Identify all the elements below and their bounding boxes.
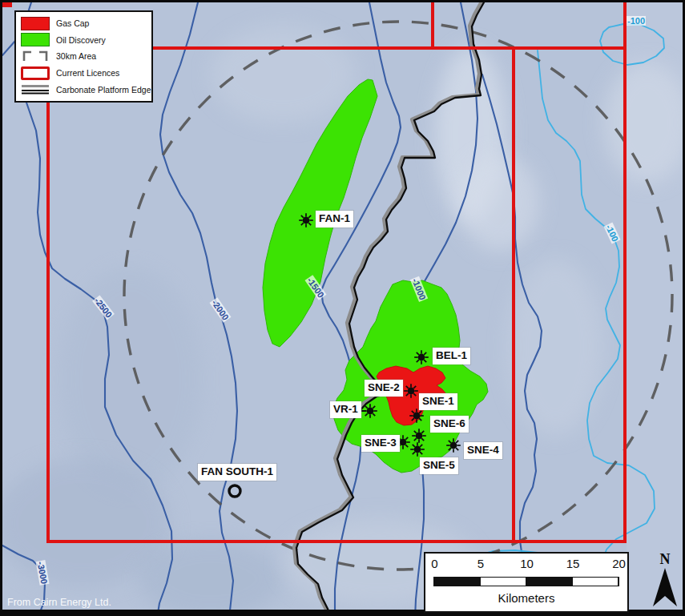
- well-marker-fan-1: [299, 213, 313, 227]
- legend-label: 30km Area: [56, 51, 96, 61]
- well-marker-fan-south-1: [229, 485, 240, 497]
- scale-bar-unit: Kilometers: [425, 591, 627, 605]
- north-arrow: N: [647, 552, 683, 613]
- well-label-vr-1: VR-1: [330, 401, 361, 418]
- map-canvas: FAN-1BEL-1SNE-2SNE-1VR-1SNE-6SNE-3SNE-5S…: [0, 0, 685, 616]
- scale-tick-20: 20: [612, 557, 626, 570]
- well-label-sne-6: SNE-6: [430, 416, 469, 433]
- licence-corner-fragment: [2, 2, 12, 7]
- well-marker-sne-4: [446, 438, 461, 453]
- well-label-sne-1: SNE-1: [419, 393, 457, 410]
- scale-bar: 05101520 Kilometers: [424, 552, 629, 613]
- scale-tick-10: 10: [520, 557, 534, 570]
- well-label-fan-1: FAN-1: [316, 211, 353, 227]
- legend-label: Oil Discovery: [56, 35, 106, 45]
- well-marker-sne-6: [412, 429, 426, 443]
- well-label-bel-1: BEL-1: [433, 348, 470, 364]
- scale-bar-segments: [433, 577, 619, 586]
- scale-tick-5: 5: [477, 557, 484, 570]
- north-label: N: [647, 552, 683, 566]
- well-label-sne-5: SNE-5: [420, 457, 458, 474]
- legend-item-carbonate-platform-edge: Carbonate Platform Edge: [20, 82, 147, 97]
- well-marker-bel-1: [414, 350, 429, 364]
- scale-tick-15: 15: [566, 557, 580, 570]
- carbonate-platform-edge-swatch: [20, 83, 50, 95]
- north-arrow-icon: [649, 566, 681, 608]
- attribution-text: From Cairn Energy Ltd.: [7, 597, 111, 608]
- well-marker-sne-2: [404, 384, 418, 398]
- legend-label: Gas Cap: [56, 18, 89, 28]
- well-marker-sne-1: [409, 409, 424, 423]
- map-legend: Gas Cap Oil Discovery 30km Area Current …: [14, 10, 153, 103]
- legend-item-gas-cap: Gas Cap: [20, 16, 147, 31]
- legend-label: Current Licences: [56, 68, 119, 78]
- oil-discovery-swatch: [20, 33, 50, 46]
- legend-item-current-licences: Current Licences: [20, 66, 147, 81]
- legend-label: Carbonate Platform Edge: [56, 85, 151, 95]
- well-marker-sne-5: [410, 442, 425, 457]
- gas-cap-swatch: [20, 17, 50, 30]
- well-label-sne-3: SNE-3: [361, 435, 400, 452]
- 30km-area-swatch: [20, 49, 50, 63]
- legend-item-30km-area: 30km Area: [20, 49, 147, 64]
- current-licences-swatch: [20, 66, 50, 80]
- well-label-fan-south-1: FAN SOUTH-1: [198, 464, 276, 481]
- scale-bar-ticks: 05101520: [425, 557, 627, 571]
- well-label-sne-4: SNE-4: [464, 442, 502, 459]
- well-label-sne-2: SNE-2: [365, 380, 403, 397]
- scale-tick-0: 0: [431, 557, 437, 570]
- legend-item-oil-discovery: Oil Discovery: [20, 32, 147, 47]
- well-marker-vr-1: [363, 404, 377, 418]
- contour-label-minus100: -100: [627, 16, 646, 26]
